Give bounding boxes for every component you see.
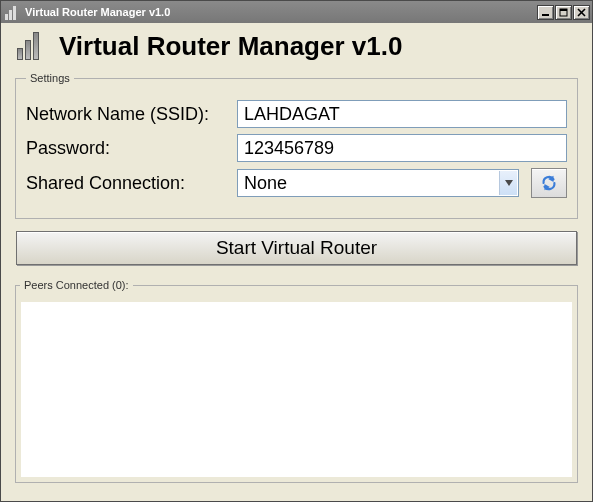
peers-legend: Peers Connected (0):	[20, 279, 133, 291]
svg-marker-5	[505, 180, 513, 186]
close-button[interactable]	[573, 5, 590, 20]
ssid-input[interactable]	[237, 100, 567, 128]
refresh-button[interactable]	[531, 168, 567, 198]
app-title: Virtual Router Manager v1.0	[59, 31, 402, 62]
titlebar: Virtual Router Manager v1.0	[1, 1, 592, 23]
chevron-down-icon	[499, 171, 517, 195]
shared-connection-value: None	[244, 173, 287, 194]
ssid-row: Network Name (SSID):	[26, 100, 567, 128]
app-bars-icon	[5, 4, 21, 20]
start-virtual-router-button[interactable]: Start Virtual Router	[16, 231, 577, 265]
peers-empty	[21, 302, 572, 478]
maximize-button[interactable]	[555, 5, 572, 20]
header: Virtual Router Manager v1.0	[15, 28, 578, 68]
shared-connection-row: Shared Connection: None	[26, 168, 567, 198]
app-bars-icon	[17, 30, 49, 62]
settings-legend: Settings	[26, 72, 74, 84]
password-input[interactable]	[237, 134, 567, 162]
password-row: Password:	[26, 134, 567, 162]
peers-group: Peers Connected (0):	[15, 279, 578, 483]
minimize-button[interactable]	[537, 5, 554, 20]
settings-group: Settings Network Name (SSID): Password: …	[15, 72, 578, 219]
shared-connection-select[interactable]: None	[237, 169, 519, 197]
app-window: Virtual Router Manager v1.0 Virtual Rout…	[0, 0, 593, 502]
password-label: Password:	[26, 138, 231, 159]
ssid-label: Network Name (SSID):	[26, 104, 231, 125]
content-area: Virtual Router Manager v1.0 Settings Net…	[1, 23, 592, 501]
window-title: Virtual Router Manager v1.0	[25, 6, 536, 18]
shared-connection-label: Shared Connection:	[26, 173, 231, 194]
refresh-icon	[540, 174, 558, 192]
peers-list[interactable]	[20, 301, 573, 478]
